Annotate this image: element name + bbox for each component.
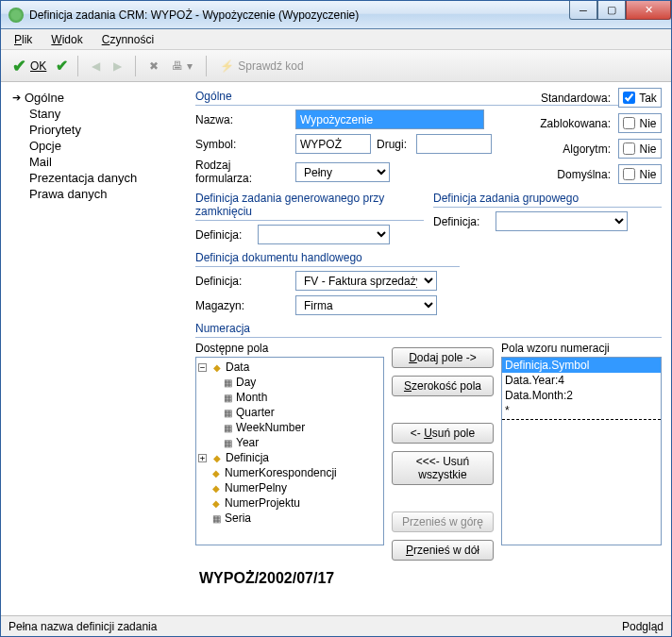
prop-icon: ▦ [221, 393, 234, 403]
menubar: Plik Widok Czynności [1, 29, 671, 50]
app-icon [8, 8, 24, 23]
diamond-icon: ◆ [210, 498, 223, 509]
nav-opcje[interactable]: Opcje [12, 138, 190, 154]
diamond-icon: ◆ [210, 483, 223, 494]
label-algorytm: Algorytm: [563, 142, 611, 156]
select-magazyn[interactable]: Firma [295, 295, 437, 315]
label-nazwa: Nazwa: [195, 113, 290, 126]
preview-text: WYPOŻ/2002/07/17 [195, 561, 662, 591]
button-przenies-gora[interactable]: Przenieś w górę [392, 511, 494, 532]
check-algorytm[interactable]: Nie [618, 139, 662, 159]
tree-node-month[interactable]: ▦Month [198, 390, 381, 405]
diamond-icon: ◆ [210, 362, 224, 373]
titlebar: Definicja zadania CRM: WYPOŻ - Wypożycze… [1, 1, 671, 29]
minimize-button[interactable]: ─ [569, 1, 597, 20]
print-button[interactable]: 🖶 ▾ [168, 58, 196, 75]
tree-node-year[interactable]: ▦Year [198, 435, 381, 450]
select-rodzaj[interactable]: Pełny [295, 162, 390, 182]
tree-node-seria[interactable]: ▦Seria [198, 511, 381, 526]
button-dodaj-pole[interactable]: Dodaj pole -> [392, 347, 494, 368]
ok-button[interactable]: ✔ OK [8, 54, 50, 78]
button-przenies-dol[interactable]: Przenieś w dół [392, 540, 494, 561]
window-title: Definicja zadania CRM: WYPOŻ - Wypożycze… [29, 8, 569, 22]
numeracja-area: Dostępne pola −◆Data ▦Day ▦Month ▦Quarte… [195, 342, 662, 561]
tree-node-numerk[interactable]: ◆NumerKorespondencji [198, 465, 381, 480]
tree-node-quarter[interactable]: ▦Quarter [198, 405, 381, 420]
menu-plik[interactable]: Plik [7, 31, 40, 48]
label-definicja-group: Definicja: [433, 215, 490, 228]
nav-prawa[interactable]: Prawa danych [12, 186, 190, 202]
properties-column: Standardowa: Tak Zablokowana: Nie Algory… [540, 88, 662, 190]
sprawdz-kod-button[interactable]: ⚡ Sprawdź kod [216, 58, 307, 75]
label-dostepne: Dostępne pola [195, 342, 384, 355]
list-item[interactable]: Data.Year:4 [502, 373, 661, 388]
diamond-icon: ◆ [210, 453, 224, 463]
tools-button[interactable]: ✖ [145, 58, 162, 75]
label-definicja-close: Definicja: [195, 228, 252, 242]
back-icon: ◀ [92, 59, 100, 73]
select-definicja-group[interactable] [496, 211, 628, 231]
list-separator [502, 419, 661, 420]
tree-node-data[interactable]: −◆Data [198, 360, 381, 375]
nav-forward-button[interactable]: ▶ [109, 58, 126, 75]
label-standardowa: Standardowa: [541, 92, 611, 105]
list-item[interactable]: * [502, 403, 661, 418]
tree-node-week[interactable]: ▦WeekNumber [198, 420, 381, 435]
prop-icon: ▦ [221, 408, 234, 418]
label-drugi: Drugi: [377, 138, 411, 151]
form-panel: Ogólne Standardowa: Tak Zablokowana: Nie… [190, 82, 671, 615]
list-wzor[interactable]: Definicja.Symbol Data.Year:4 Data.Month:… [501, 357, 662, 545]
prop-icon: ▦ [221, 423, 234, 433]
tree-node-definicja[interactable]: +◆Definicja [198, 450, 381, 465]
maximize-button[interactable]: ▢ [597, 1, 626, 20]
menu-widok[interactable]: Widok [43, 31, 90, 48]
label-definicja-doc: Definicja: [195, 275, 290, 288]
button-usun-wszystkie[interactable]: <<<- Usuń wszystkie [392, 451, 494, 485]
prop-icon: ▦ [210, 513, 223, 524]
menu-czynnosci[interactable]: Czynności [94, 31, 161, 48]
check-icon: ✔ [12, 56, 26, 76]
button-usun-pole[interactable]: <- Usuń pole [392, 423, 494, 444]
print-icon: 🖶 [172, 59, 183, 73]
group-numeracja: Numeracja [195, 320, 662, 338]
status-left: Pełna nazwa definicji zadania [8, 620, 157, 633]
tree-dostepne[interactable]: −◆Data ▦Day ▦Month ▦Quarter ▦WeekNumber … [195, 357, 384, 545]
check-standardowa[interactable]: Tak [618, 88, 662, 108]
input-nazwa[interactable] [295, 109, 484, 129]
label-symbol: Symbol: [195, 138, 290, 151]
diamond-icon: ◆ [210, 468, 223, 478]
label-rodzaj: Rodzaj formularza: [195, 159, 290, 185]
nav-stany[interactable]: Stany [12, 106, 190, 122]
label-wzor: Pola wzoru numeracji [501, 342, 662, 355]
label-domyslna: Domyślna: [557, 168, 611, 181]
nav-priorytety[interactable]: Priorytety [12, 122, 190, 138]
list-item[interactable]: Data.Month:2 [502, 388, 661, 403]
check-icon-secondary[interactable]: ✔ [56, 57, 68, 75]
check-zablokowana[interactable]: Nie [618, 113, 662, 133]
tree-node-numerp[interactable]: ◆NumerPelny [198, 480, 381, 495]
toolbar: ✔ OK ✔ ◀ ▶ ✖ 🖶 ▾ ⚡ Sprawdź kod [1, 50, 671, 82]
lightning-icon: ⚡ [220, 59, 234, 73]
select-definicja-close[interactable] [258, 225, 390, 244]
label-magazyn: Magazyn: [195, 299, 290, 312]
label-zablokowana: Zablokowana: [540, 117, 611, 130]
input-symbol[interactable] [295, 134, 371, 154]
nav-back-button[interactable]: ◀ [88, 58, 104, 75]
prop-icon: ▦ [221, 438, 234, 448]
list-item[interactable]: Definicja.Symbol [502, 358, 661, 373]
close-button[interactable]: ✕ [626, 1, 671, 20]
input-drugi[interactable] [416, 134, 492, 154]
check-domyslna[interactable]: Nie [618, 164, 662, 184]
nav-mail[interactable]: Mail [12, 154, 190, 170]
button-szerokosc[interactable]: Szerokość pola [392, 376, 494, 396]
group-def-doc: Definicja dokumentu handlowego [195, 249, 460, 267]
group-def-gen-close: Definicja zadania generowanego przy zamk… [195, 190, 424, 221]
statusbar: Pełna nazwa definicji zadania Podgląd [1, 615, 671, 636]
select-definicja-doc[interactable]: FV - Faktura sprzedaży [295, 271, 437, 291]
tools-icon: ✖ [149, 59, 159, 73]
nav-ogolne[interactable]: Ogólne [12, 90, 190, 106]
nav-prezentacja[interactable]: Prezentacja danych [12, 170, 190, 186]
tree-node-numerproj[interactable]: ◆NumerProjektu [198, 495, 381, 511]
prop-icon: ▦ [221, 377, 234, 388]
tree-node-day[interactable]: ▦Day [198, 375, 381, 390]
